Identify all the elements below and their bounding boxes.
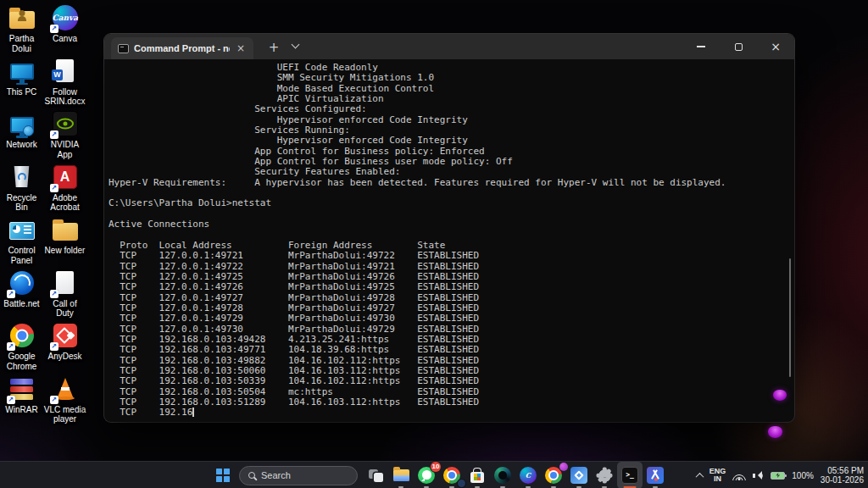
terminal-output: UEFI Code Readonly SMM Security Mitigati… bbox=[104, 59, 794, 408]
desktop-icon-label: Canva bbox=[53, 34, 77, 44]
control-panel-icon bbox=[9, 222, 35, 240]
user-folder-icon bbox=[9, 11, 35, 29]
desktop-icon-label: WinRAR bbox=[5, 405, 37, 415]
battery-icon[interactable] bbox=[771, 472, 785, 480]
shortcut-arrow-icon bbox=[50, 342, 58, 351]
desktop-icon-label: VLC media player bbox=[44, 405, 86, 424]
minimize-button[interactable] bbox=[682, 34, 720, 59]
shortcut-arrow-icon bbox=[50, 290, 58, 298]
desktop-icon-canva[interactable]: Canva Canva bbox=[43, 3, 86, 57]
desktop-icon-recycle-bin[interactable]: Recycle Bin bbox=[0, 163, 43, 216]
close-button[interactable]: × bbox=[757, 34, 794, 59]
start-button[interactable] bbox=[210, 462, 236, 488]
windows-logo-icon bbox=[216, 469, 230, 482]
document-icon bbox=[56, 271, 74, 294]
taskbar-dark-circle-app[interactable] bbox=[490, 462, 515, 488]
taskbar-microsoft-store[interactable] bbox=[465, 462, 490, 488]
desktop-icon-nvidia-app[interactable]: NVIDIA App bbox=[43, 109, 86, 163]
shortcut-arrow-icon bbox=[7, 290, 15, 298]
taskbar: Search 10 C >_ ENGIN 100% 05:56 PM30-01-… bbox=[0, 461, 868, 488]
window-controls: × bbox=[682, 34, 794, 59]
clock[interactable]: 05:56 PM30-01-2026 bbox=[821, 466, 864, 485]
terminal-content[interactable]: UEFI Code Readonly SMM Security Mitigati… bbox=[104, 59, 794, 422]
close-icon: × bbox=[771, 41, 781, 53]
terminal-scrollbar[interactable] bbox=[789, 258, 792, 377]
network-icon bbox=[10, 117, 34, 133]
shortcut-arrow-icon bbox=[50, 130, 58, 139]
language-indicator[interactable]: ENGIN bbox=[709, 468, 726, 484]
tab-close-icon[interactable]: × bbox=[235, 42, 247, 54]
terminal-window: Command Prompt - netsta × + × UEFI Code … bbox=[104, 34, 794, 422]
desktop-icon-winrar[interactable]: WinRAR bbox=[0, 374, 43, 428]
vlc-cone-icon bbox=[57, 378, 74, 399]
desktop-icon-call-of-duty[interactable]: Call of Duty bbox=[43, 269, 86, 322]
desktop-icon-label: Call of Duty bbox=[44, 299, 86, 319]
taskbar-terminal[interactable]: >_ bbox=[617, 462, 643, 488]
maximize-button[interactable] bbox=[720, 34, 757, 59]
taskbar-center-cluster: Search 10 C >_ bbox=[210, 462, 668, 488]
shortcut-arrow-icon bbox=[50, 184, 58, 192]
text-cursor bbox=[192, 408, 194, 417]
microsoft-store-icon bbox=[470, 472, 484, 483]
desktop-icon-label: This PC bbox=[7, 87, 37, 97]
photos-icon bbox=[570, 467, 587, 484]
taskbar-photos[interactable] bbox=[566, 462, 592, 488]
desktop-icon-label: Recycle Bin bbox=[1, 193, 43, 213]
battery-percent: 100% bbox=[792, 471, 814, 480]
desktop-icon-google-chrome[interactable]: Google Chrome bbox=[0, 321, 43, 374]
desktop-icon-new-folder[interactable]: New folder bbox=[43, 215, 86, 269]
desktop-icon-label: Network bbox=[6, 140, 37, 150]
task-view-icon bbox=[369, 469, 383, 482]
desktop-icon-label: Google Chrome bbox=[1, 352, 43, 371]
system-tray: ENGIN 100% 05:56 PM30-01-2026 bbox=[697, 462, 864, 488]
desktop-icon-adobe-acrobat[interactable]: A Adobe Acrobat bbox=[43, 163, 86, 216]
desktop-icon-label: NVIDIA App bbox=[44, 140, 86, 159]
search-placeholder: Search bbox=[261, 470, 291, 480]
snipping-tool-icon bbox=[647, 467, 664, 484]
command-prompt-icon bbox=[118, 44, 129, 53]
terminal-current-line: TCP 192.16 bbox=[104, 408, 794, 418]
taskbar-search[interactable]: Search bbox=[239, 466, 358, 485]
desktop-icon-partha-dolui[interactable]: Partha Dolui bbox=[0, 3, 43, 57]
shortcut-arrow-icon bbox=[50, 25, 58, 33]
purple-glow-dot bbox=[773, 390, 787, 401]
minimize-icon bbox=[697, 46, 705, 47]
wifi-icon[interactable] bbox=[732, 471, 746, 480]
shortcut-arrow-icon bbox=[7, 396, 15, 404]
taskbar-snipping-tool[interactable] bbox=[643, 462, 668, 488]
tray-overflow-chevron-icon[interactable] bbox=[695, 472, 704, 480]
taskbar-canva[interactable]: C bbox=[515, 462, 541, 488]
shortcut-arrow-icon bbox=[7, 342, 15, 351]
window-titlebar[interactable]: Command Prompt - netsta × + × bbox=[104, 34, 794, 59]
desktop-icon-vlc[interactable]: VLC media player bbox=[43, 374, 86, 428]
desktop-icon-label: Partha Dolui bbox=[1, 34, 43, 53]
desktop-icon-network[interactable]: Network bbox=[0, 109, 43, 163]
new-tab-button[interactable]: + bbox=[265, 36, 282, 59]
maximize-icon bbox=[735, 43, 743, 51]
desktop-icon-anydesk[interactable]: AnyDesk bbox=[43, 321, 86, 374]
desktop-icon-label: Adobe Acrobat bbox=[44, 193, 86, 213]
desktop-icon-control-panel[interactable]: Control Panel bbox=[0, 215, 43, 269]
taskbar-settings[interactable] bbox=[592, 462, 617, 488]
taskbar-chrome[interactable] bbox=[439, 462, 465, 488]
tab-title: Command Prompt - netsta bbox=[134, 43, 230, 53]
desktop-icon-label: AnyDesk bbox=[47, 352, 81, 362]
desktop-icon-follow-srin-docx[interactable]: W Follow SRIN.docx bbox=[43, 57, 86, 110]
taskbar-chrome-2[interactable] bbox=[541, 462, 566, 488]
taskbar-file-explorer[interactable] bbox=[388, 462, 414, 488]
speaker-icon[interactable] bbox=[753, 471, 764, 480]
desktop-icon-battle-net[interactable]: Battle.net bbox=[0, 269, 43, 322]
purple-glow-dot bbox=[768, 426, 782, 438]
desktop-icon-this-pc[interactable]: This PC bbox=[0, 57, 43, 110]
desktop-icon-label: Follow SRIN.docx bbox=[44, 87, 86, 107]
word-document-icon: W bbox=[56, 59, 74, 82]
task-view-button[interactable] bbox=[363, 462, 388, 488]
dark-circle-app-icon bbox=[494, 467, 511, 484]
folder-icon bbox=[53, 223, 78, 241]
tab-dropdown-chevron-icon[interactable] bbox=[292, 41, 300, 49]
desktop-icon-grid: Partha Dolui Canva Canva This PC W Follo… bbox=[0, 3, 86, 427]
terminal-tab[interactable]: Command Prompt - netsta × bbox=[111, 37, 253, 59]
this-pc-icon bbox=[10, 64, 34, 80]
taskbar-whatsapp[interactable]: 10 bbox=[414, 462, 439, 488]
file-explorer-icon bbox=[393, 469, 409, 481]
